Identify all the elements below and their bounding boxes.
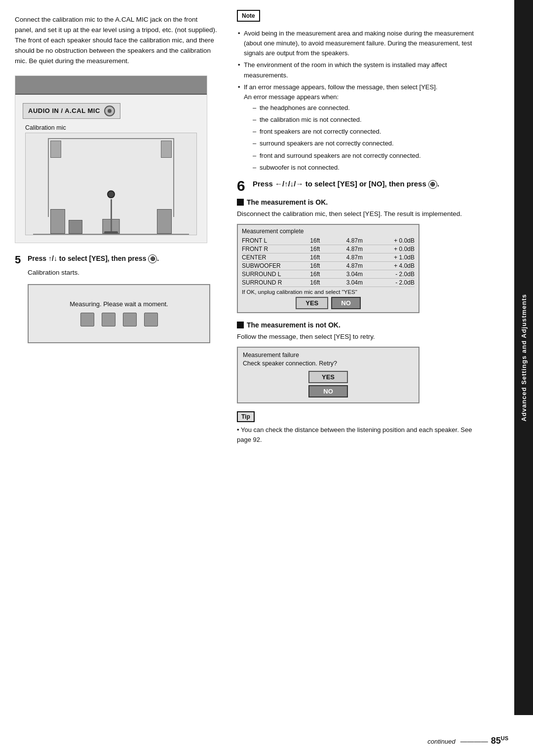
failure-yes-button[interactable]: YES [308,371,348,383]
measuring-screen: Measuring. Please wait a moment. [28,284,210,343]
speaker-icon-1 [80,313,94,326]
right-column: Note Avoid being in the measurement area… [227,0,514,756]
error-item-6: subwoofer is not connected. [252,163,487,173]
note-content: Avoid being in the measurement area and … [237,29,487,173]
notok-subsection-header: The measurement is not OK. [237,321,487,329]
footer: continued ———— 85US [427,735,508,746]
step5-button-circle: ⊕ [148,254,157,263]
result-rows-container: FRONT L 16ft 4.87m + 0.0dB FRONT R 16ft … [242,237,415,287]
failure-screen-buttons: YES NO [243,371,414,397]
result-row-center: CENTER 16ft 4.87m + 1.0dB [242,253,415,262]
result-no-button[interactable]: NO [331,297,361,309]
error-list: the headphones are connected. the calibr… [244,103,487,173]
result-screen-buttons: YES NO [242,297,415,309]
error-item-4: surround speakers are not correctly conn… [252,139,487,148]
result-row-surround-l: SURROUND L 16ft 3.04m - 2.0dB [242,270,415,279]
notok-title: The measurement is not OK. [247,321,341,329]
step5-header: 5 Press ↑/↓ to select [YES], then press … [15,254,217,266]
result-label-front-l: FRONT L [242,237,296,244]
step6-number: 6 [237,179,250,193]
device-top-bar: AUDIO IN / A.CAL MIC [15,76,207,95]
page-suffix: US [501,735,508,741]
note-item-1: Avoid being in the measurement area and … [237,29,487,58]
speaker-icon-4 [144,313,158,326]
failure-screen-body: Check speaker connection. Retry? [243,360,414,367]
measuring-screen-inner: Measuring. Please wait a moment. [70,300,168,326]
notok-bullet-icon [237,322,244,328]
device-label-text: AUDIO IN / A.CAL MIC [28,107,100,114]
result-row-surround-r: SURROUND R 16ft 3.04m - 2.0dB [242,279,415,287]
result-screen-note: If OK, unplug calibration mic and select… [242,289,415,295]
result-row-front-l: FRONT L 16ft 4.87m + 0.0dB [242,237,415,245]
note-item-3: If an error message appears, follow the … [237,82,487,173]
sidebar-strip-text: Advanced Settings and Adjustments [520,294,528,422]
result-screen: Measurement complete FRONT L 16ft 4.87m … [237,224,419,313]
calibration-mic-label: Calibration mic [25,124,66,131]
error-item-3: front speakers are not correctly connect… [252,127,487,137]
failure-screen: Measurement failure Check speaker connec… [237,347,419,403]
tip-label: Tip [237,411,255,422]
device-illustration: AUDIO IN / A.CAL MIC Calibration mic [15,75,207,243]
speaker-icons-row [70,313,168,326]
result-row-front-r: FRONT R 16ft 4.87m + 0.0dB [242,245,415,253]
ok-subsection-header: The measurement is OK. [237,198,487,206]
ok-title: The measurement is OK. [247,198,328,206]
left-column: Connect the calibration mic to the A.CAL… [0,0,227,756]
result-val2-front-l: 4.87m [346,237,374,244]
failure-no-button[interactable]: NO [308,385,348,397]
ok-body: Disconnect the calibration mic, then sel… [237,209,487,219]
failure-screen-title: Measurement failure [243,352,414,359]
ok-bullet-icon [237,199,244,206]
result-val1-front-l: 16ft [310,237,332,244]
result-val3-front-l: + 0.0dB [387,237,415,244]
sketch-inner [26,133,196,235]
mic-circle-icon [104,106,115,116]
error-item-2: the calibration mic is not connected. [252,115,487,125]
speaker-icon-2 [102,313,115,326]
sidebar-strip: Advanced Settings and Adjustments [514,0,533,715]
notok-body: Follow the message, then select [YES] to… [237,332,487,342]
step6-instruction: Press ←/↑/↓/→ to select [YES] or [NO], t… [253,179,439,189]
result-yes-button[interactable]: YES [296,297,328,309]
step5-instruction: Press ↑/↓ to select [YES], then press ⊕. [28,254,159,264]
device-label-box: AUDIO IN / A.CAL MIC [23,103,120,119]
step5-subtext: Calibration starts. [28,269,217,276]
step6-button-circle: ⊕ [428,180,437,189]
error-item-1: the headphones are connected. [252,103,487,113]
tip-text: • You can check the distance between the… [237,425,487,444]
continued-text: continued [427,738,455,745]
step5-section: 5 Press ↑/↓ to select [YES], then press … [15,254,217,276]
room-sketch [25,133,197,235]
result-row-subwoofer: SUBWOOFER 16ft 4.87m + 4.0dB [242,262,415,270]
intro-paragraph: Connect the calibration mic to the A.CAL… [15,15,217,67]
step5-number: 5 [15,254,25,266]
measuring-text: Measuring. Please wait a moment. [70,300,168,308]
note-label: Note [237,10,260,22]
speaker-icon-3 [123,313,137,326]
result-screen-title: Measurement complete [242,228,415,235]
step6-header: 6 Press ←/↑/↓/→ to select [YES] or [NO],… [237,179,487,193]
error-intro: An error message appears when: [244,93,339,101]
error-item-5: front and surround speakers are not corr… [252,151,487,161]
note-list: Avoid being in the measurement area and … [237,29,487,173]
note-item-2: The environment of the room in which the… [237,60,487,80]
page-number: 85US [491,735,508,746]
